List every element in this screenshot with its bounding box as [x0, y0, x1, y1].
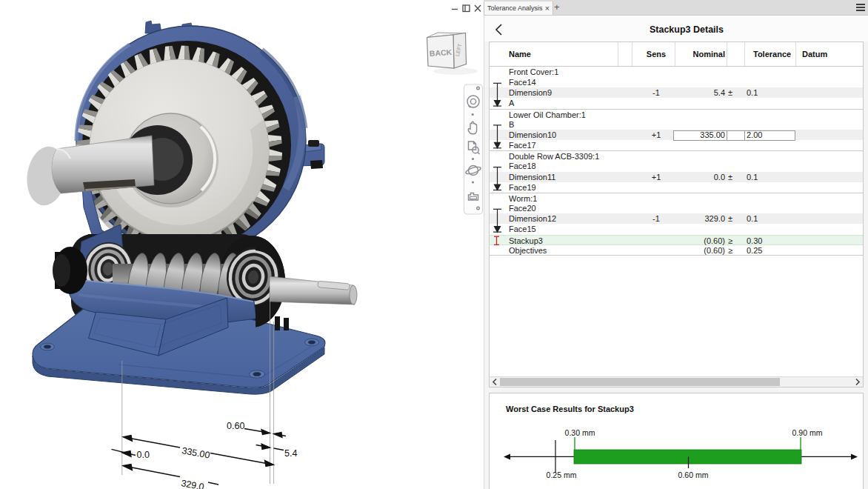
svg-text:BACK: BACK	[429, 47, 453, 58]
svg-text:0.60 mm: 0.60 mm	[678, 470, 709, 479]
svg-text:0.25 mm: 0.25 mm	[547, 470, 577, 479]
svg-text:0.90 mm: 0.90 mm	[792, 428, 823, 437]
svg-text:0.60: 0.60	[227, 421, 244, 431]
svg-text:335.00: 335.00	[181, 445, 210, 461]
svg-text:329.0: 329.0	[180, 478, 204, 489]
svg-text:5.4: 5.4	[284, 448, 297, 459]
svg-text:0.0: 0.0	[137, 450, 150, 460]
svg-text:0.30 mm: 0.30 mm	[565, 428, 595, 437]
